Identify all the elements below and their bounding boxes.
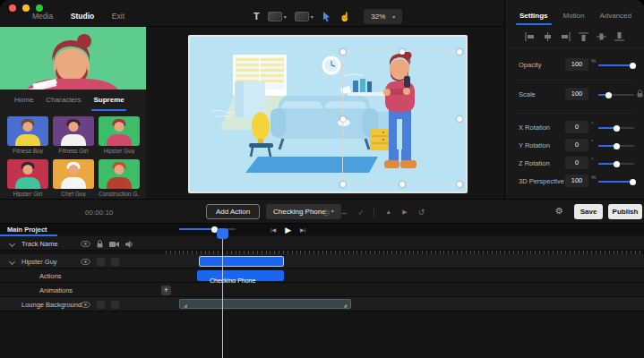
selection-handle[interactable] [457,182,462,187]
opacity-value-field[interactable]: 100 [565,58,588,71]
track-name: Hipster Guy [21,258,57,266]
playhead-handle[interactable] [217,228,228,239]
tab-supreme[interactable]: Supreme [93,96,124,111]
track-toggle-chip[interactable] [111,258,119,266]
align-top-icon[interactable] [579,32,588,41]
x-rotation-slider[interactable] [598,127,634,129]
next-frame-button[interactable]: ▶| [300,226,305,233]
track-name: Animations [39,286,73,294]
selection-handle[interactable] [340,49,346,55]
x-rotation-value-field[interactable]: 0 [565,121,588,133]
previous-frame-button[interactable]: |◀ [270,226,276,233]
track-toggle-chip[interactable] [97,301,105,309]
scale-slider[interactable] [598,94,634,96]
selection-handle[interactable] [457,49,462,55]
character-tile-chef-guy[interactable]: Chef Guy [53,159,94,197]
y-rotation-unit: ° [591,139,593,144]
align-center-icon[interactable] [543,32,553,41]
align-middle-icon[interactable] [597,32,606,41]
control-bar: 00:00:10 Add Action Checking Phone ▾ ◎ ↔… [0,199,644,224]
character-tile-construction-guy[interactable]: Construction G... [99,159,140,197]
track-name: Actions [39,272,62,280]
track-row-actions[interactable]: Actions Checking Phone [0,268,644,283]
canvas-stage[interactable] [188,35,468,193]
clip-lounge-background[interactable]: ◢ ◢ [179,299,351,309]
text-tool-button[interactable]: T [253,11,260,21]
align-right-icon[interactable] [561,32,571,41]
eye-icon[interactable] [81,259,90,265]
reset-icon[interactable]: ↺ [418,208,425,217]
tab-media[interactable]: Media [32,12,53,21]
tab-home[interactable]: Home [14,96,33,111]
track-row-lounge-background[interactable]: Lounge Background ◢ ◢ [0,297,644,311]
play-button[interactable]: ▶ [285,226,291,234]
perspective-value-field[interactable]: 100 [565,175,588,187]
exit-button[interactable]: Exit [112,12,125,21]
tab-advanced[interactable]: Advanced [599,12,631,25]
zoom-level-dropdown[interactable]: 32% ▾ [364,9,402,24]
clip-checking-phone[interactable]: Checking Phone [197,270,284,281]
perspective-slider[interactable] [598,181,634,183]
tab-motion[interactable]: Motion [562,12,584,25]
layer-up-icon[interactable]: ▲ [385,209,391,215]
character-tile-fitness-girl[interactable]: Fitness Girl [53,116,94,154]
resize-diagonal-icon[interactable]: ↕ [356,207,365,216]
selection-handle[interactable] [399,182,405,187]
track-toggle-chip[interactable] [97,258,105,266]
fill-color-picker[interactable]: ▾ [268,12,287,21]
track-toggle-chip[interactable] [111,301,119,309]
publish-button[interactable]: Publish [608,204,642,219]
flip-horizontal-icon[interactable]: ↔ [340,208,348,217]
maximize-window-button[interactable] [36,4,43,12]
chevron-down-icon[interactable] [9,259,15,265]
tab-main-project[interactable]: Main Project [7,226,47,234]
lock-icon[interactable] [637,90,643,98]
character-tile-hipster-girl[interactable]: Hipster Girl [7,159,48,197]
tab-settings[interactable]: Settings [519,12,548,25]
track-row-hipster-guy[interactable]: Hipster Guy [0,254,644,268]
character-tile-fitness-boy[interactable]: Fitness Boy [7,116,48,154]
tab-studio[interactable]: Studio [71,12,94,21]
add-action-button[interactable]: Add Action [206,204,260,219]
close-window-button[interactable] [9,4,16,12]
pan-tool-icon[interactable]: ☝ [339,12,350,21]
lock-icon[interactable] [97,240,103,248]
clip-hipster-guy[interactable] [199,256,284,267]
chevron-down-icon[interactable] [9,241,15,247]
opacity-slider[interactable] [598,64,634,66]
align-left-icon[interactable] [525,32,535,41]
clip-right-handle[interactable]: ◢ [343,303,347,308]
eye-icon[interactable] [81,241,90,247]
stroke-color-picker[interactable]: ▾ [295,12,313,21]
z-rotation-value-field[interactable]: 0 [565,157,588,169]
gear-icon[interactable]: ⚙ [555,206,563,216]
eye-icon[interactable] [81,302,90,308]
minimize-window-button[interactable] [22,4,30,12]
clip-left-handle[interactable]: ◢ [184,303,187,308]
select-tool-icon[interactable] [322,11,331,22]
save-button[interactable]: Save [574,204,603,219]
speaker-icon[interactable] [125,241,133,248]
z-rotation-slider[interactable] [598,163,634,165]
selection-box[interactable] [342,51,460,185]
divider [374,207,374,217]
playhead-line [222,228,223,358]
selection-handle[interactable] [340,182,346,187]
selection-handle[interactable] [457,116,462,122]
target-icon[interactable]: ◎ [322,208,330,217]
camera-icon[interactable] [109,241,119,248]
action-dropdown-value: Checking Phone [273,204,326,219]
add-animation-button[interactable]: + [161,286,171,295]
character-preview [0,27,146,90]
layer-forward-icon[interactable]: ▶ [402,209,407,216]
scale-value-field[interactable]: 100 [565,88,588,100]
alignment-toolbar [505,25,644,48]
y-rotation-slider[interactable] [598,145,634,147]
tab-characters[interactable]: Characters [46,96,81,111]
selection-handle[interactable] [399,49,405,55]
selection-handle[interactable] [340,116,346,122]
character-tile-hipster-guy[interactable]: Hipster Guy [99,116,140,154]
track-row-animations[interactable]: Animations + [0,283,644,297]
align-bottom-icon[interactable] [614,32,624,41]
y-rotation-value-field[interactable]: 0 [565,139,588,151]
